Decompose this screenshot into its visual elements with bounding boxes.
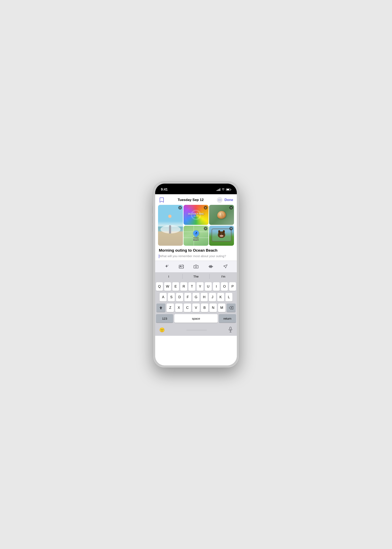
journal-text-area[interactable]: Morning outing to Ocean Beach What will … — [155, 248, 237, 260]
beach-photo-close[interactable]: ✕ — [178, 206, 182, 210]
autocomplete-the[interactable]: The — [182, 274, 210, 279]
dynamic-island — [184, 186, 208, 192]
key-f[interactable]: F — [184, 293, 191, 302]
shift-key[interactable] — [156, 303, 165, 312]
beach-photo-item[interactable]: ✕ — [158, 205, 183, 246]
key-o[interactable]: O — [221, 282, 228, 291]
ai-sparkle-button[interactable] — [163, 263, 170, 270]
journal-title: Morning outing to Ocean Beach — [159, 248, 233, 253]
seashell-item[interactable]: ✕ — [209, 205, 234, 225]
map-label: OceanBeach — [193, 237, 199, 241]
backspace-key[interactable] — [227, 303, 236, 312]
svg-point-5 — [195, 266, 197, 267]
svg-rect-3 — [179, 265, 183, 268]
key-p[interactable]: P — [229, 282, 236, 291]
dog-photo-close[interactable]: ✕ — [229, 227, 233, 230]
photos-button[interactable] — [178, 263, 185, 270]
return-key[interactable]: return — [219, 314, 236, 323]
autocomplete-i[interactable]: I — [155, 274, 182, 279]
key-k[interactable]: K — [217, 293, 224, 302]
key-n[interactable]: N — [210, 303, 217, 312]
key-h[interactable]: H — [201, 293, 208, 302]
key-j[interactable]: J — [209, 293, 216, 302]
autocomplete-bar: I The I'm — [155, 272, 237, 281]
key-v[interactable]: V — [192, 303, 200, 312]
key-a[interactable]: A — [160, 293, 167, 302]
decoder-ring-item[interactable]: DECODER RING SLATE ✕ — [183, 205, 209, 225]
emoji-button[interactable]: 🙂 — [159, 327, 165, 333]
numbers-key[interactable]: 123 — [156, 314, 173, 323]
keyboard-toolbar — [155, 260, 237, 272]
seashell-close[interactable]: ✕ — [229, 206, 233, 210]
status-icons — [217, 188, 231, 191]
keyboard: Q W E R T Y U I O P A S — [155, 281, 237, 325]
key-u[interactable]: U — [205, 282, 212, 291]
key-e[interactable]: E — [172, 282, 179, 291]
keyboard-bottom: 🙂 — [155, 325, 237, 336]
key-l[interactable]: L — [225, 293, 232, 302]
key-r[interactable]: R — [180, 282, 187, 291]
decoder-text: DECODER RING SLATE — [188, 213, 204, 217]
key-z[interactable]: Z — [167, 303, 174, 312]
app-content: Tuesday Sep 12 Done — [155, 194, 237, 365]
journal-date: Tuesday Sep 12 — [178, 198, 203, 202]
svg-rect-16 — [230, 327, 231, 330]
autocomplete-im[interactable]: I'm — [210, 274, 237, 279]
ocean-beach-close[interactable]: ✕ — [204, 227, 207, 230]
key-t[interactable]: T — [189, 282, 195, 291]
location-button[interactable] — [222, 263, 229, 270]
keyboard-row-2: A S D F G H J K L — [156, 293, 236, 302]
more-button[interactable] — [217, 197, 223, 203]
screen: 9:41 — [155, 184, 237, 365]
home-indicator — [186, 330, 207, 331]
keyboard-row-4: 123 space return — [156, 314, 236, 323]
text-cursor — [159, 254, 159, 258]
key-q[interactable]: Q — [156, 282, 163, 291]
key-b[interactable]: B — [201, 303, 208, 312]
dog-photo-item[interactable]: ✕ — [209, 226, 234, 246]
beach-photo-bg — [158, 205, 183, 246]
decoder-ring-close[interactable]: ✕ — [204, 206, 207, 210]
svg-point-1 — [219, 200, 220, 200]
ocean-beach-item[interactable]: 🏖 OceanBeach ✕ — [183, 226, 209, 246]
keyboard-row-1: Q W E R T Y U I O P — [156, 282, 236, 291]
journal-header: Tuesday Sep 12 Done — [155, 194, 237, 205]
phone-frame: 9:41 — [153, 182, 239, 367]
done-button[interactable]: Done — [224, 198, 233, 202]
microphone-button[interactable] — [228, 327, 233, 333]
signal-icon — [217, 188, 220, 191]
camera-button[interactable] — [192, 263, 200, 270]
key-x[interactable]: X — [175, 303, 182, 312]
key-i[interactable]: I — [213, 282, 220, 291]
audio-button[interactable] — [207, 263, 214, 270]
key-y[interactable]: Y — [197, 282, 203, 291]
phone-screen: 9:41 — [155, 184, 237, 365]
space-key[interactable]: space — [174, 314, 217, 323]
header-right: Done — [217, 197, 233, 203]
key-d[interactable]: D — [176, 293, 183, 302]
status-time: 9:41 — [161, 188, 168, 191]
keyboard-row-3: Z X C V B N M — [156, 303, 236, 312]
media-grid: ✕ DECODER RING SLATE ✕ — [155, 205, 237, 248]
key-g[interactable]: G — [193, 293, 199, 302]
journal-prompt: What will you remember most about your o… — [159, 254, 233, 258]
journal-prompt-text: What will you remember most about your o… — [160, 254, 226, 258]
key-m[interactable]: M — [218, 303, 225, 312]
svg-point-2 — [221, 200, 221, 200]
key-s[interactable]: S — [168, 293, 175, 302]
wifi-icon — [222, 188, 225, 191]
bookmark-button[interactable] — [159, 197, 165, 203]
key-c[interactable]: C — [184, 303, 191, 312]
battery-icon — [226, 189, 231, 191]
svg-point-0 — [218, 200, 219, 200]
key-w[interactable]: W — [164, 282, 171, 291]
